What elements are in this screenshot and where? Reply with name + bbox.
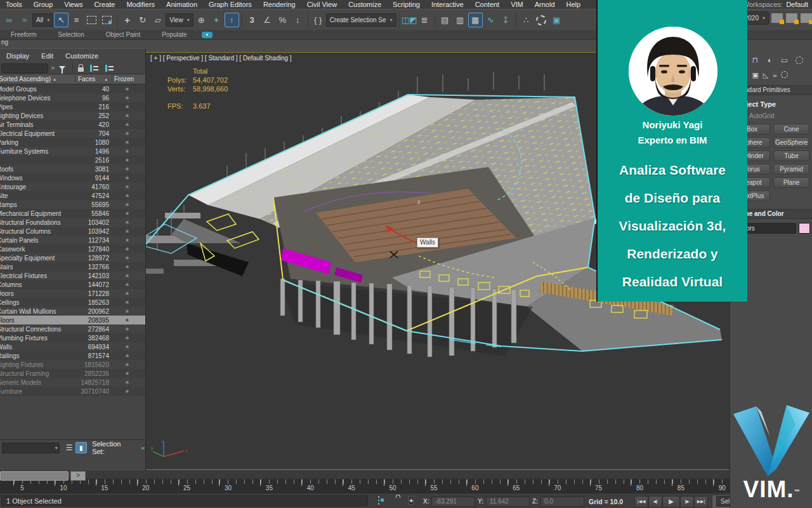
ribbon-tab[interactable]: Object Paint — [95, 31, 151, 38]
viewport-label[interactable]: [ + ] [ Perspective ] [ Standard ] [ Def… — [150, 55, 292, 62]
play-button[interactable]: ▶ — [662, 496, 680, 508]
frozen-icon[interactable]: ∗ — [109, 104, 145, 110]
y-coordinate-field[interactable]: 11.642 — [486, 497, 530, 507]
mini-listener-expand-button[interactable]: > — [70, 471, 86, 481]
tab-motion-icon[interactable]: ◐ — [764, 55, 775, 65]
table-row[interactable]: Electrical Equipment 704 ∗ — [0, 129, 145, 138]
select-and-move-icon[interactable]: + — [120, 13, 134, 27]
toggle-layer-icon[interactable]: ▥ — [453, 13, 468, 27]
select-and-manipulate-icon[interactable]: + — [209, 13, 224, 27]
filter-icon[interactable] — [59, 66, 65, 70]
select-and-link-icon[interactable]: ∞ — [2, 13, 16, 27]
frozen-icon[interactable]: ∗ — [109, 379, 145, 385]
create-selection-set-dropdown[interactable]: Create Selection Se ▾ — [326, 13, 396, 27]
reference-coordinate-dropdown[interactable]: View ▾ — [166, 13, 193, 27]
helpers-icon[interactable]: ◺ — [763, 71, 768, 79]
selection-lock-region-icon[interactable] — [378, 497, 379, 504]
frozen-icon[interactable]: ∗ — [109, 95, 145, 101]
curve-editor-icon[interactable]: ∿ — [483, 13, 498, 27]
frozen-icon[interactable]: ∗ — [109, 130, 145, 137]
workspaces-selector[interactable]: Workspaces: Default — [743, 0, 808, 9]
rendered-frame-icon[interactable]: ▣ — [549, 13, 564, 27]
primitive-button[interactable]: Plane — [773, 177, 809, 188]
table-row[interactable]: Lighting Fixtures 1815620 ∗ — [0, 360, 145, 369]
go-to-start-button[interactable]: |◀◀ — [634, 496, 648, 508]
menu-item[interactable]: Customize — [343, 0, 387, 9]
absolute-mode-icon[interactable]: + — [409, 497, 414, 505]
frozen-icon[interactable]: ∗ — [109, 228, 145, 234]
table-row[interactable]: Site 47524 ∗ — [0, 191, 145, 200]
frozen-icon[interactable]: ∗ — [109, 290, 145, 297]
frozen-icon[interactable]: ∗ — [109, 237, 145, 243]
tab-utilities-icon[interactable] — [794, 55, 804, 65]
align-icon[interactable]: ≣ — [417, 13, 432, 27]
menu-item[interactable]: Graph Editors — [203, 0, 258, 9]
search-input[interactable] — [1, 64, 48, 73]
rect-selection-region-icon[interactable] — [84, 13, 99, 27]
layers-icon[interactable]: ☰ — [66, 443, 73, 452]
tree-view-icon[interactable] — [90, 65, 99, 72]
table-row[interactable]: Furniture Systems 1496 ∗ — [0, 147, 145, 156]
ribbon-tab[interactable]: Populate — [151, 31, 197, 38]
frozen-icon[interactable]: ∗ — [109, 184, 145, 190]
use-pivot-point-icon[interactable]: ⊕ — [194, 13, 209, 27]
save-scene-state-icon[interactable] — [785, 13, 798, 23]
faces-column-header[interactable]: Faces ▲ — [75, 76, 112, 83]
menu-item[interactable]: Tools — [0, 0, 28, 9]
menu-item[interactable]: Help — [561, 0, 587, 9]
select-by-name-icon[interactable]: ≡ — [69, 13, 84, 27]
frozen-icon[interactable]: ∗ — [109, 255, 145, 261]
menu-item[interactable]: Interactive — [426, 0, 469, 9]
menu-item[interactable]: Rendering — [258, 0, 301, 9]
frozen-icon[interactable]: ∗ — [109, 370, 145, 377]
frozen-icon[interactable]: ∗ — [109, 192, 145, 199]
isolate-selection-icon[interactable]: ∴ — [519, 13, 534, 27]
bind-to-spacewarp-icon[interactable]: ≈ — [17, 13, 32, 27]
frozen-icon[interactable]: ∗ — [109, 246, 145, 252]
frozen-icon[interactable]: ∗ — [109, 210, 145, 217]
cameras-icon[interactable]: ▣ — [752, 71, 758, 79]
frozen-icon[interactable]: ∗ — [109, 388, 145, 394]
x-coordinate-field[interactable]: -83.291 — [431, 497, 475, 507]
table-row[interactable]: Parking 1080 ∗ — [0, 138, 145, 147]
spinner-snap-icon[interactable]: ↕ — [291, 13, 305, 27]
frozen-icon[interactable]: ∗ — [109, 121, 145, 128]
table-row[interactable]: Ramps 55695 ∗ — [0, 200, 145, 209]
table-row[interactable]: Plumbing Fixtures 382468 ∗ — [0, 333, 145, 342]
primitive-button[interactable]: Pyramid — [773, 164, 809, 175]
mini-listener-input[interactable] — [0, 471, 69, 481]
frozen-icon[interactable]: ∗ — [109, 157, 145, 163]
go-to-end-button[interactable]: ▶▶| — [694, 496, 708, 508]
frozen-icon[interactable]: ∗ — [109, 272, 145, 279]
table-row[interactable]: Floors 208395 ∗ — [0, 316, 145, 324]
frozen-icon[interactable]: ∗ — [109, 361, 145, 368]
window-crossing-icon[interactable] — [100, 13, 114, 27]
frozen-icon[interactable]: ∗ — [109, 299, 145, 305]
table-row[interactable]: Casework 127840 ∗ — [0, 244, 145, 253]
frozen-icon[interactable]: ∗ — [109, 139, 145, 145]
frozen-column-header[interactable]: Frozen — [112, 76, 145, 83]
table-row[interactable]: Generic Models 14825718 ∗ — [0, 378, 145, 387]
dope-sheet-icon[interactable]: ↧ — [499, 13, 513, 27]
tab-hierarchy-icon[interactable]: ⊓ — [750, 55, 761, 65]
frozen-icon[interactable]: ∗ — [109, 344, 145, 350]
select-and-rotate-icon[interactable]: ↻ — [135, 13, 150, 27]
menu-item[interactable]: Scripting — [387, 0, 426, 9]
frozen-icon[interactable]: ∗ — [109, 201, 145, 208]
primitive-button[interactable]: Cone — [773, 124, 809, 135]
ribbon-tab[interactable]: Freeform — [0, 31, 48, 38]
frozen-icon[interactable]: ∗ — [109, 281, 145, 288]
table-row[interactable]: Ceilings 185263 ∗ — [0, 298, 145, 307]
frozen-icon[interactable]: ∗ — [109, 264, 145, 270]
next-frame-button[interactable]: |▶ — [680, 496, 694, 508]
ribbon-media-icon[interactable]: ▾ — [202, 32, 213, 38]
previous-frame-button[interactable]: ◀| — [648, 496, 662, 508]
table-row[interactable]: Railings 871574 ∗ — [0, 351, 145, 360]
object-color-swatch[interactable] — [799, 223, 810, 234]
table-row[interactable]: Telephone Devices 96 ∗ — [0, 93, 145, 102]
select-object-icon[interactable]: ↖ — [54, 13, 69, 27]
table-row[interactable]: Specialty Equipment 128972 ∗ — [0, 253, 145, 262]
select-and-scale-icon[interactable]: ▱ — [150, 13, 165, 27]
menu-item[interactable]: VIM — [505, 0, 529, 9]
table-row[interactable]: Pipes 216 ∗ — [0, 102, 145, 111]
